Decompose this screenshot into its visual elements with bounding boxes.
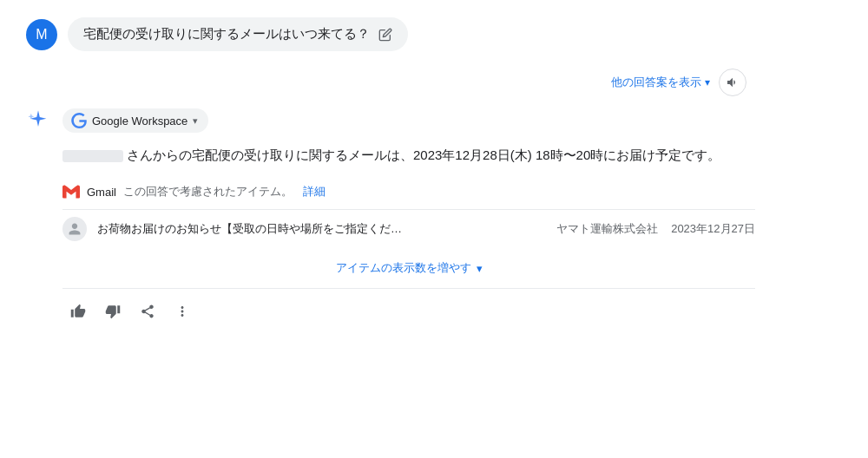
email-item-row[interactable]: お荷物お届けのお知らせ【受取の日時や場所をご指定くだ… ヤマト運輸株式会社 20… (62, 209, 755, 248)
ai-response-section: Google Workspace ▾ さんからの宅配便の受け取りに関するメールは… (26, 108, 755, 327)
redacted-name-block (62, 150, 123, 162)
thumbs-up-button[interactable] (62, 296, 94, 327)
more-options-button[interactable] (167, 296, 198, 327)
email-sender-name: ヤマト運輸株式会社 (556, 221, 661, 237)
gmail-source-desc: この回答で考慮されたアイテム。 (123, 184, 293, 200)
avatar: M (26, 19, 57, 50)
action-bar (62, 296, 755, 327)
workspace-badge-label: Google Workspace (92, 114, 187, 128)
email-sender-avatar (62, 217, 87, 241)
show-more-chevron-icon: ▾ (477, 262, 483, 275)
controls-row: 他の回答案を表示 ▾ (26, 69, 755, 96)
share-button[interactable] (132, 296, 163, 327)
workspace-badge[interactable]: Google Workspace ▾ (62, 108, 208, 133)
ai-answer-text: さんからの宅配便の受け取りに関するメールは、2023年12月28日(木) 18時… (62, 145, 755, 166)
show-more-items-button[interactable]: アイテムの表示数を増やす ▾ (62, 260, 755, 276)
email-date: 2023年12月27日 (671, 221, 755, 237)
edit-icon[interactable] (378, 28, 392, 42)
email-subject: お荷物お届けのお知らせ【受取の日時や場所をご指定くだ… (97, 221, 546, 237)
action-bar-divider (62, 288, 755, 289)
details-link[interactable]: 詳細 (303, 184, 326, 200)
ai-response-content: Google Workspace ▾ さんからの宅配便の受け取りに関するメールは… (62, 108, 755, 327)
show-other-answers-button[interactable]: 他の回答案を表示 ▾ (611, 75, 710, 90)
query-text: 宅配便の受け取りに関するメールはいつ来てる？ (83, 26, 370, 43)
gmail-source-header: Gmail この回答で考慮されたアイテム。 詳細 (62, 183, 755, 200)
gmail-source-section: Gmail この回答で考慮されたアイテム。 詳細 お荷物お届けのお知らせ【受取の… (62, 183, 755, 276)
chevron-down-icon: ▾ (705, 76, 710, 88)
workspace-chevron-icon: ▾ (193, 115, 198, 127)
thumbs-down-button[interactable] (97, 296, 128, 327)
ai-sparkle-icon (26, 108, 50, 327)
query-bubble: 宅配便の受け取りに関するメールはいつ来てる？ (68, 17, 408, 51)
gmail-label: Gmail (87, 186, 116, 199)
user-query-row: M 宅配便の受け取りに関するメールはいつ来てる？ (26, 17, 755, 51)
speaker-button[interactable] (719, 69, 746, 96)
